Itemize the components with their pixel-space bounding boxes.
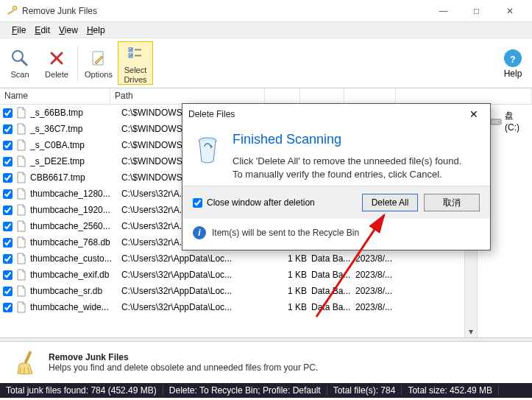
status-delete-mode: Delete: To Recycle Bin; Profile: Default <box>163 385 327 396</box>
help-label: Help <box>504 69 522 79</box>
file-checkbox[interactable] <box>3 173 13 183</box>
menu-view[interactable]: View <box>54 24 82 37</box>
col-modified[interactable] <box>344 88 396 104</box>
file-path: C:\Users\32r\AppData\Loc... <box>121 253 276 264</box>
dialog-info-text: Item(s) will be sent to the Recycle Bin <box>212 228 359 238</box>
file-checkbox[interactable] <box>3 124 13 134</box>
dialog-title: Delete Files <box>188 109 464 119</box>
file-size: 1 KB <box>276 270 311 280</box>
help-button[interactable]: ? Help <box>495 40 531 86</box>
close-after-deletion-checkbox[interactable]: Close window after deletion <box>193 197 356 208</box>
status-total-found: Total junk files found: 784 (452.49 MB) <box>0 385 163 396</box>
drive-c-label: 盘 (C:) <box>505 110 529 133</box>
window-title: Remove Junk Files <box>22 6 427 16</box>
svg-rect-0 <box>7 10 14 14</box>
file-icon <box>15 188 27 200</box>
file-checkbox[interactable] <box>3 141 13 150</box>
dialog-heading: Finished Scanning <box>233 132 461 147</box>
toolbar: Scan Delete Options Select Drives ? Help <box>0 38 532 88</box>
col-name[interactable]: Name <box>0 88 110 104</box>
col-type[interactable] <box>300 88 344 104</box>
file-checkbox[interactable] <box>3 287 13 296</box>
statusbar: Total junk files found: 784 (452.49 MB) … <box>0 383 532 398</box>
file-type: Data Ba... <box>311 286 355 296</box>
file-name: CBB6617.tmp <box>30 172 121 183</box>
pencil-icon <box>90 46 107 70</box>
col-path[interactable]: Path <box>110 88 265 104</box>
file-checkbox[interactable] <box>3 157 13 166</box>
file-icon <box>15 285 27 297</box>
file-path: C:\Users\32r\AppData\Loc... <box>121 302 276 312</box>
delete-label: Delete <box>45 70 68 79</box>
dialog-line1: Click 'Delete All' to remove the unneede… <box>233 155 461 168</box>
svg-rect-15 <box>24 351 32 364</box>
menu-file[interactable]: File <box>7 24 30 37</box>
file-checkbox[interactable] <box>3 108 13 118</box>
file-path: C:\Users\32r\AppData\Loc... <box>121 270 276 280</box>
file-type: Data Ba... <box>311 253 355 264</box>
checklist-icon <box>127 42 144 66</box>
file-checkbox[interactable] <box>3 222 13 231</box>
file-name: thumbcache_wide... <box>30 302 121 312</box>
options-button[interactable]: Options <box>81 41 116 85</box>
file-size: 1 KB <box>276 286 311 296</box>
status-total-files: Total file(s): 784 <box>327 385 402 396</box>
file-checkbox[interactable] <box>3 189 13 199</box>
delete-button[interactable]: Delete <box>39 41 74 85</box>
file-modified: 2023/8/... <box>355 286 407 296</box>
info-icon: i <box>193 226 206 239</box>
scan-button[interactable]: Scan <box>2 41 38 85</box>
file-checkbox[interactable] <box>3 270 13 280</box>
file-name: thumbcache_custo... <box>30 253 121 264</box>
menu-help[interactable]: Help <box>82 24 110 37</box>
file-icon <box>15 220 27 232</box>
magnifier-icon <box>10 46 29 70</box>
file-row[interactable]: thumbcache_custo...C:\Users\32r\AppData\… <box>0 250 464 267</box>
scroll-down-arrow[interactable]: ▾ <box>465 325 477 337</box>
delete-x-icon <box>48 46 65 70</box>
file-icon <box>15 269 27 281</box>
app-icon <box>6 5 18 17</box>
file-name: thumbcache_sr.db <box>30 286 121 296</box>
file-checkbox[interactable] <box>3 206 13 215</box>
file-icon <box>15 253 27 264</box>
minimize-button[interactable]: — <box>427 1 460 21</box>
file-icon <box>15 139 27 151</box>
select-drives-label: Select Drives <box>124 66 146 83</box>
file-row[interactable]: thumbcache_sr.dbC:\Users\32r\AppData\Loc… <box>0 283 464 299</box>
file-name: _s_C0BA.tmp <box>30 140 121 150</box>
cancel-button[interactable]: 取消 <box>424 194 480 211</box>
file-icon <box>15 236 27 248</box>
file-name: thumbcache_2560... <box>30 221 121 231</box>
file-icon <box>15 155 27 167</box>
file-modified: 2023/8/... <box>355 302 407 312</box>
dialog-line2: To manually verify the found entries, cl… <box>233 168 461 181</box>
svg-point-14 <box>498 121 500 122</box>
file-checkbox[interactable] <box>3 238 13 248</box>
file-name: _s_36C7.tmp <box>30 124 121 134</box>
file-row[interactable]: thumbcache_wide...C:\Users\32r\AppData\L… <box>0 299 464 315</box>
delete-all-button[interactable]: Delete All <box>362 194 418 211</box>
file-type: Data Ba... <box>311 302 355 312</box>
file-name: thumbcache_1280... <box>30 189 121 199</box>
close-button[interactable]: ✕ <box>493 1 526 21</box>
close-after-deletion-input[interactable] <box>193 198 202 208</box>
file-checkbox[interactable] <box>3 254 13 264</box>
file-row[interactable]: thumbcache_exif.dbC:\Users\32r\AppData\L… <box>0 267 464 283</box>
file-checkbox[interactable] <box>3 303 13 312</box>
menu-edit[interactable]: Edit <box>30 24 54 37</box>
select-drives-button[interactable]: Select Drives <box>118 41 153 85</box>
col-size[interactable] <box>265 88 300 104</box>
col-attr[interactable] <box>396 88 532 104</box>
svg-point-1 <box>13 6 17 10</box>
file-type: Data Ba... <box>311 270 355 280</box>
file-icon <box>15 301 27 313</box>
maximize-button[interactable]: □ <box>460 1 493 21</box>
file-icon <box>15 123 27 135</box>
status-total-size: Total size: 452.49 MB <box>402 385 499 396</box>
help-icon: ? <box>503 48 523 69</box>
file-modified: 2023/8/... <box>355 270 407 280</box>
file-path: C:\Users\32r\AppData\Loc... <box>121 286 276 296</box>
dialog-close-button[interactable]: ✕ <box>464 105 484 123</box>
titlebar: Remove Junk Files — □ ✕ <box>0 0 532 22</box>
